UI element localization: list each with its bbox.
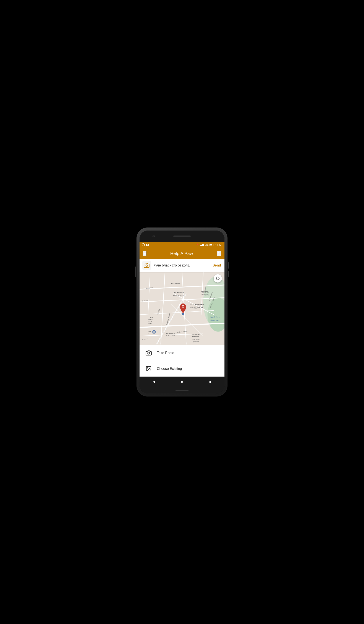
location-status-icon: 📍 (196, 244, 199, 246)
bottom-nav: ◄ ● ■ (140, 377, 224, 387)
status-right-icons: 📍 LTE 1 (196, 243, 222, 247)
take-photo-icon (145, 349, 153, 357)
send-button[interactable]: Send (212, 263, 222, 267)
speaker-grille (173, 235, 191, 237)
power-button[interactable] (228, 262, 229, 269)
volume-down-button[interactable] (228, 271, 229, 277)
svg-text:GK GOTSE: GK GOTSE (192, 334, 200, 335)
app-title: Help A Paw (170, 251, 193, 256)
svg-text:MOTOPISTA: MOTOPISTA (166, 333, 175, 334)
camera-input-button[interactable] (142, 261, 151, 270)
my-location-button[interactable] (214, 274, 222, 283)
status-bar: ▣ 📍 LTE (140, 242, 224, 248)
back-button[interactable]: ◄ (148, 377, 159, 387)
svg-text:ХИПОДРУМА: ХИПОДРУМА (171, 283, 181, 284)
bottom-sheet: Take Photo Choose Existing (140, 345, 224, 377)
lte-label: LTE (205, 244, 209, 246)
svg-text:О - КВ: О - КВ (148, 321, 152, 322)
svg-text:TRIADITSA: TRIADITSA (202, 291, 209, 293)
bottom-speaker (176, 390, 188, 391)
svg-text:ДЕЛЧЕВ: ДЕЛЧЕВ (193, 341, 199, 342)
svg-point-54 (182, 313, 184, 315)
battery-icon (209, 244, 214, 246)
svg-point-43 (153, 331, 155, 333)
map-svg: Kyustendil ul. Doyan ul. Bitolya Bouleva… (140, 272, 224, 345)
signal-icon (200, 244, 204, 246)
phone-screen: ▣ 📍 LTE (140, 231, 224, 393)
svg-text:Южен парк: Южен парк (210, 319, 219, 321)
camera-icon (144, 262, 150, 268)
svg-text:Ж.К. СТРЕЛБИЩЕ: Ж.К. СТРЕЛБИЩЕ (190, 306, 203, 308)
front-camera (153, 235, 155, 237)
svg-text:DELCHEV: DELCHEV (192, 336, 199, 338)
sim-icon: ▣ (146, 244, 149, 246)
crosshair-icon (216, 276, 220, 281)
time-display: 11:55 (215, 243, 222, 247)
svg-text:South Park: South Park (210, 316, 220, 318)
gallery-icon (145, 365, 153, 373)
take-photo-item[interactable]: Take Photo (140, 345, 224, 361)
svg-point-0 (146, 265, 148, 267)
svg-text:Ж.К. ГОЦЕ: Ж.К. ГОЦЕ (192, 338, 200, 340)
svg-text:BELITE BREZI: BELITE BREZI (174, 292, 184, 294)
take-photo-label: Take Photo (157, 351, 174, 355)
volume-button[interactable] (135, 266, 136, 277)
svg-point-60 (148, 352, 150, 354)
svg-point-62 (147, 367, 148, 368)
message-input[interactable] (154, 263, 209, 267)
svg-text:mbo: mbo (148, 330, 151, 332)
svg-text:БЕЛИТЕ БРЕЗИ: БЕЛИТЕ БРЕЗИ (173, 295, 184, 296)
svg-text:G.K. STRELBISHTE: G.K. STRELBISHTE (190, 304, 204, 305)
screen: ▣ 📍 LTE (140, 242, 224, 387)
svg-text:мбо: мбо (147, 333, 149, 335)
svg-text:РОВО: РОВО (148, 323, 152, 325)
phone-device: ▣ 📍 LTE (136, 228, 228, 396)
svg-text:ROVO: ROVO (150, 317, 154, 318)
home-button[interactable]: ● (177, 377, 187, 387)
choose-existing-label: Choose Existing (157, 367, 182, 371)
search-row: Send (140, 259, 224, 272)
menu-button[interactable]: ≡ (143, 251, 147, 256)
svg-point-55 (216, 277, 219, 280)
choose-existing-item[interactable]: Choose Existing (140, 361, 224, 377)
refresh-button[interactable]: ↻ (217, 251, 221, 256)
status-left-icons: ▣ (142, 243, 149, 246)
bottom-bezel (140, 387, 224, 393)
recent-apps-button[interactable]: ■ (205, 377, 216, 387)
notification-icon (142, 243, 145, 246)
top-bezel (140, 231, 224, 242)
svg-text:РПАСНО: РПАСНО (148, 319, 154, 320)
app-bar: ≡ Help A Paw ↻ (140, 248, 224, 259)
svg-point-52 (182, 306, 184, 307)
svg-text:ТРИАДИЦА: ТРИАДИЦА (201, 294, 209, 296)
svg-text:МОТОПИСТА: МОТОПИСТА (165, 335, 175, 337)
map-area[interactable]: Kyustendil ul. Doyan ul. Bitolya Bouleva… (140, 272, 224, 345)
